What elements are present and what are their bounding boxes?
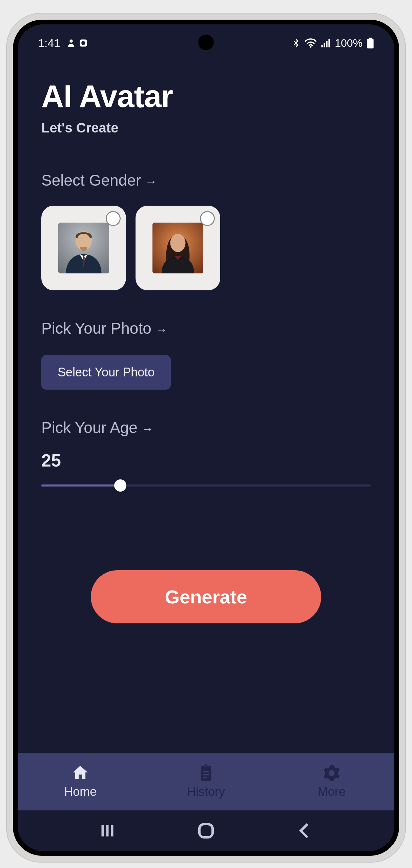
svg-rect-6 — [326, 41, 328, 47]
svg-point-11 — [170, 234, 186, 252]
svg-point-3 — [310, 46, 312, 48]
nav-history[interactable]: History — [143, 753, 269, 810]
nav-home-label: Home — [64, 785, 97, 799]
age-value: 25 — [41, 450, 371, 471]
age-label: Pick Your Age — [41, 418, 138, 437]
home-button[interactable] — [197, 821, 215, 840]
bluetooth-icon — [291, 38, 301, 48]
male-portrait — [58, 223, 109, 273]
gender-option-male[interactable] — [41, 206, 126, 290]
recents-button[interactable] — [98, 821, 117, 840]
section-age: Pick Your Age → 25 — [41, 418, 371, 492]
gender-label-row: Select Gender → — [41, 171, 371, 189]
female-portrait — [152, 223, 203, 273]
photo-label-row: Pick Your Photo → — [41, 319, 371, 337]
wifi-icon — [305, 38, 316, 48]
person-male-icon — [58, 223, 109, 273]
bottom-nav: Home History More — [18, 753, 394, 810]
section-photo: Pick Your Photo → Select Your Photo — [41, 319, 371, 390]
svg-point-2 — [81, 41, 85, 45]
home-icon — [71, 764, 89, 782]
age-slider[interactable] — [41, 479, 371, 492]
gear-icon — [323, 764, 341, 782]
battery-icon — [367, 38, 374, 48]
gender-option-female[interactable] — [136, 206, 220, 290]
nav-home[interactable]: Home — [18, 753, 143, 810]
svg-rect-8 — [367, 39, 373, 48]
main-content: AI Avatar Let's Create Select Gender → — [18, 55, 394, 753]
age-label-row: Pick Your Age → — [41, 418, 371, 437]
gender-options — [41, 206, 371, 290]
notification-icon — [66, 38, 76, 48]
arrow-right-icon: → — [142, 422, 154, 436]
page-title: AI Avatar — [41, 79, 371, 114]
system-nav-bar — [18, 810, 394, 851]
svg-rect-15 — [199, 824, 212, 837]
signal-icon — [321, 38, 331, 48]
svg-rect-7 — [329, 39, 330, 47]
svg-rect-5 — [324, 43, 325, 47]
camera-punch-hole — [198, 35, 214, 50]
radio-indicator — [106, 211, 121, 226]
generate-button[interactable]: Generate — [91, 570, 321, 623]
arrow-right-icon: → — [145, 174, 157, 189]
svg-point-0 — [70, 40, 73, 43]
slider-track — [41, 484, 371, 487]
status-time: 1:41 — [38, 37, 60, 50]
clipboard-icon — [197, 764, 215, 782]
back-button[interactable] — [295, 821, 314, 840]
nav-more[interactable]: More — [269, 753, 394, 810]
gender-label: Select Gender — [41, 171, 141, 189]
nav-history-label: History — [187, 785, 225, 799]
select-photo-button[interactable]: Select Your Photo — [41, 355, 171, 390]
svg-rect-9 — [369, 38, 372, 39]
svg-rect-4 — [322, 45, 323, 47]
battery-percent: 100% — [335, 37, 363, 49]
person-female-icon — [152, 223, 203, 273]
phone-bezel: 1:41 100% AI Avatar Let's Create — [13, 20, 399, 856]
status-left-icons — [66, 38, 88, 48]
back-icon — [295, 821, 314, 840]
home-system-icon — [197, 821, 215, 840]
section-gender: Select Gender → — [41, 171, 371, 290]
screen: 1:41 100% AI Avatar Let's Create — [18, 24, 394, 851]
slider-fill — [41, 484, 120, 487]
slider-thumb[interactable] — [114, 479, 126, 492]
app-badge-icon — [79, 38, 88, 48]
radio-indicator — [200, 211, 215, 226]
phone-frame: 1:41 100% AI Avatar Let's Create — [7, 14, 405, 862]
recents-icon — [98, 821, 117, 840]
page-subtitle: Let's Create — [41, 120, 371, 136]
photo-label: Pick Your Photo — [41, 319, 151, 337]
arrow-right-icon: → — [156, 323, 168, 337]
nav-more-label: More — [318, 785, 346, 799]
